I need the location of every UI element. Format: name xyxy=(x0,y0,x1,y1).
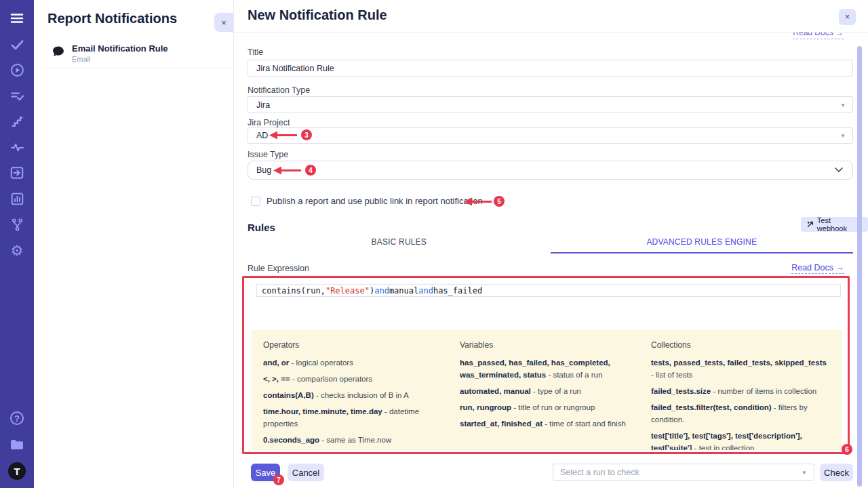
read-docs-link-clipped[interactable]: Read Docs → xyxy=(793,33,844,41)
notification-rule-item[interactable]: Email Notification Rule Email xyxy=(41,38,233,68)
select-caret-icon: ▼ xyxy=(840,102,846,108)
expression-help-panel: Operators and, or - logical operators<, … xyxy=(251,330,842,450)
branch-icon[interactable] xyxy=(7,216,26,233)
vertical-scrollbar[interactable] xyxy=(857,46,862,487)
rules-heading: Rules xyxy=(248,222,275,233)
help-column-variables: Variables has_passed, has_failed, has_co… xyxy=(460,340,639,450)
panel-close-button[interactable]: × xyxy=(214,13,233,32)
select-caret-icon: ▼ xyxy=(840,133,846,139)
title-label: Title xyxy=(248,47,263,57)
bar-chart-icon[interactable] xyxy=(7,190,26,207)
annotation-badge-3: 3 xyxy=(301,129,312,140)
sidebar-bottom-icons: ? T xyxy=(0,409,34,480)
annotation-badge-7: 7 xyxy=(273,474,284,485)
annotation-arrow-left-icon xyxy=(464,197,492,206)
annotation-badge-4: 4 xyxy=(305,165,316,176)
cancel-button[interactable]: Cancel xyxy=(288,464,324,481)
help-column-header: Variables xyxy=(460,340,639,350)
rule-item-title: Email Notification Rule xyxy=(72,43,168,54)
jira-project-select[interactable]: AD ▼ xyxy=(248,127,853,144)
help-column-operators: Operators and, or - logical operators<, … xyxy=(263,340,448,450)
help-entry: time.hour, time.minute, time.day - datet… xyxy=(263,405,448,430)
webhook-icon xyxy=(807,221,814,228)
issue-type-label: Issue Type xyxy=(248,150,288,159)
activity-icon[interactable] xyxy=(7,138,26,156)
report-notifications-panel: Report Notifications × Email Notificatio… xyxy=(34,0,234,488)
rule-item-subtitle: Email xyxy=(72,55,168,63)
help-entry: and, or - logical operators xyxy=(263,357,448,369)
panel-title: Report Notifications xyxy=(47,11,177,26)
comment-icon xyxy=(52,45,65,61)
help-column-header: Operators xyxy=(263,340,448,350)
annotation-badge-6: 6 xyxy=(842,444,852,455)
main-header: New Notification Rule × xyxy=(234,0,868,33)
help-entry: failed_tests.filter(test, condition) - f… xyxy=(651,401,830,426)
help-entry: started_at, finished_at - time of start … xyxy=(460,418,639,430)
sidebar-top-icons: ⚙ xyxy=(0,9,34,259)
folder-icon[interactable] xyxy=(7,436,26,453)
annotation-arrow-left-icon xyxy=(269,131,298,140)
jira-project-label: Jira Project xyxy=(248,118,290,127)
help-column-header: Collections xyxy=(651,340,830,350)
notification-rules-list: Email Notification Rule Email xyxy=(41,38,233,68)
check-button[interactable]: Check xyxy=(820,464,853,481)
rules-tabs: BASIC RULESADVANCED RULES ENGINE xyxy=(248,237,853,253)
rule-expression-label: Rule Expression xyxy=(248,264,309,273)
code-token: and xyxy=(418,286,433,296)
code-token: manual xyxy=(389,286,418,296)
code-token: "Release" xyxy=(326,286,370,296)
help-entry: tests, passed_tests, failed_tests, skipp… xyxy=(651,357,830,381)
notification-type-select[interactable]: Jira ▼ xyxy=(248,96,853,113)
gear-icon[interactable]: ⚙ xyxy=(7,241,26,259)
publish-report-row: Publish a report and use public link in … xyxy=(251,196,483,206)
icon-sidebar: ⚙ ? T xyxy=(0,0,34,488)
help-entry: 0.seconds_ago - same as Time.now xyxy=(263,434,448,446)
play-circle-icon[interactable] xyxy=(7,61,26,79)
help-entry: run, rungroup - title of run or rungroup xyxy=(460,401,639,413)
login-icon[interactable] xyxy=(7,164,26,182)
code-token: has_failed xyxy=(433,286,482,296)
run-to-check-select[interactable]: Select a run to check ▼ xyxy=(553,464,814,481)
help-entry: failed_tests.size - number of items in c… xyxy=(651,385,830,397)
help-icon[interactable]: ? xyxy=(7,409,26,427)
help-entry: has_passed, has_failed, has_completed, w… xyxy=(460,357,639,381)
issue-type-select[interactable]: Bug xyxy=(248,161,853,180)
stairs-icon[interactable] xyxy=(7,113,26,130)
annotation-arrow-left-icon xyxy=(273,166,302,175)
chevron-down-icon xyxy=(835,167,843,173)
notification-type-label: Notification Type xyxy=(248,85,310,95)
tab-advanced-rules-engine[interactable]: ADVANCED RULES ENGINE xyxy=(551,237,854,253)
list-check-icon[interactable] xyxy=(7,87,26,104)
code-token: ) xyxy=(370,286,374,296)
help-entry: contains(A,B) - checks inclusion of B in… xyxy=(263,389,448,401)
menu-icon[interactable] xyxy=(7,9,26,27)
code-token: contains(run, xyxy=(262,286,326,296)
help-column-collections: Collections tests, passed_tests, failed_… xyxy=(651,340,830,450)
check-icon[interactable] xyxy=(7,35,26,53)
rule-expression-editor[interactable]: contains(run, "Release") and manual and … xyxy=(256,284,841,297)
help-entry: automated, manual - type of a run xyxy=(460,385,639,397)
select-caret-icon: ▼ xyxy=(802,469,807,475)
publish-report-label: Publish a report and use public link in … xyxy=(267,196,483,206)
main-close-button[interactable]: × xyxy=(839,9,856,25)
logo-letter: T xyxy=(8,462,26,480)
help-entry: test['title'], test['tags'], test['descr… xyxy=(651,430,830,450)
page-title: New Notification Rule xyxy=(248,7,387,23)
code-token: and xyxy=(374,286,389,296)
logo-avatar[interactable]: T xyxy=(7,462,26,480)
app-screen: ⚙ ? T Report Notifications × Email Notif… xyxy=(0,0,868,488)
read-docs-link[interactable]: Read Docs → xyxy=(791,263,844,274)
help-entry: <, >, == - comparison operators xyxy=(263,373,448,385)
publish-report-checkbox[interactable] xyxy=(251,197,260,206)
tab-basic-rules[interactable]: BASIC RULES xyxy=(248,237,551,253)
annotation-badge-5: 5 xyxy=(494,196,505,207)
title-input[interactable] xyxy=(248,60,853,77)
